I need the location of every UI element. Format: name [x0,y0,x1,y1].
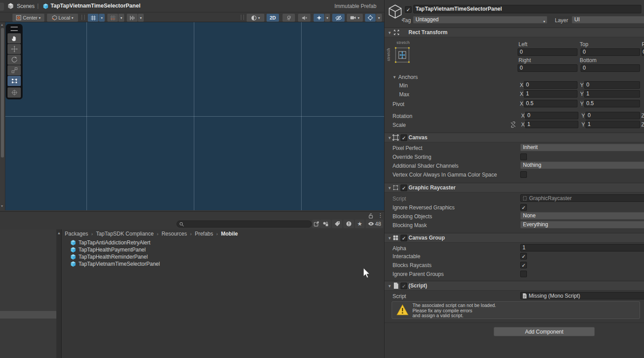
collapsed-panel-tab[interactable] [0,3,4,11]
snap-increment-dropdown[interactable]: ▾ [138,14,144,22]
scale-y-field[interactable]: 1 [585,121,640,128]
gameobject-name-field[interactable]: TapTapVietnamTimeSelectorPanel [413,5,641,13]
component-enabled-checkbox[interactable]: ✓ [401,283,407,289]
grid-visibility-toggle[interactable] [88,14,98,22]
move-tool[interactable] [8,44,21,54]
scene-effects-dropdown[interactable]: ▾ [325,14,330,22]
scroll-up-icon[interactable]: ▲ [0,23,4,26]
foldout-icon[interactable]: ▼ [388,186,392,190]
transform-tool[interactable] [8,87,21,98]
breadcrumb-scenes[interactable]: Scenes [17,3,35,9]
active-checkbox[interactable]: ✓ [405,6,412,13]
toolbar-drag-handle[interactable] [241,15,244,20]
script-object-field[interactable]: GraphicRaycaster [520,194,644,202]
component-enabled-checkbox[interactable]: ✓ [401,134,407,141]
missing-script-header[interactable]: ▼ ✓ (Script) [385,281,644,291]
breadcrumb-prefab-name[interactable]: TapTapVietnamTimeSelectorPanel [51,3,141,9]
posz-field-clipped[interactable]: 0 [642,48,644,56]
layer-dropdown[interactable]: UI [572,16,644,24]
hidden-items-count-toggle[interactable]: 48 [365,220,383,228]
scale-x-field[interactable]: 1 [525,121,578,128]
filter-importance-button[interactable] [343,220,354,228]
add-component-button[interactable]: Add Component [494,327,595,336]
list-item[interactable]: TapTapHealthReminderPanel [70,253,148,260]
pixel-perfect-dropdown[interactable]: Inherit [520,144,644,151]
gizmos-dropdown[interactable]: ▾ [376,14,382,22]
interactable-checkbox[interactable]: ✓ [520,253,527,260]
scale-tool[interactable] [8,65,21,75]
anchor-max-x-field[interactable]: 1 [524,90,577,98]
grid-snap-toggle[interactable] [107,14,118,22]
blocks-raycasts-checkbox[interactable]: ✓ [520,262,527,268]
favorites-button[interactable]: ★ [355,220,365,228]
component-enabled-checkbox[interactable]: ✓ [401,235,407,241]
pivot-y-field[interactable]: 0.5 [584,100,640,107]
bottom-field[interactable]: 0 [581,64,640,72]
anchors-foldout-icon[interactable]: ▼ [393,75,397,79]
grid-visibility-dropdown[interactable]: ▾ [99,14,105,22]
rect-transform-header[interactable]: ▼ Rect Transform [385,28,644,37]
anchor-min-y-field[interactable]: 0 [584,81,640,89]
scene-camera-dropdown[interactable]: ▾ [347,14,363,22]
gizmos-toggle[interactable] [365,14,376,22]
snap-increment-toggle[interactable] [127,14,137,22]
crumb-mobile[interactable]: Mobile [221,231,238,237]
anchor-max-y-field[interactable]: 1 [584,90,640,98]
view-hand-tool[interactable] [8,33,21,43]
graphic-raycaster-header[interactable]: ▼ ✓ Graphic Raycaster [385,183,644,193]
broken-link-icon[interactable] [510,122,516,128]
project-folder-column[interactable] [0,229,56,358]
tag-dropdown[interactable]: Untagged▾ [413,16,547,24]
additional-shader-channels-dropdown[interactable]: Nothing [520,161,644,169]
crumb-packages[interactable]: Packages [65,231,88,237]
filter-by-type-button[interactable] [320,220,331,228]
anchor-preset-widget[interactable] [394,46,411,64]
rotation-y-field[interactable]: 0 [585,112,640,119]
rect-tool[interactable] [8,76,21,86]
anchor-min-x-field[interactable]: 0 [524,81,577,89]
scene-left-scrollbar[interactable]: ▲ ▼ [0,22,5,210]
scene-effects-toggle[interactable] [314,14,324,22]
blocking-mask-dropdown[interactable]: Everything [520,221,644,228]
canvas-header[interactable]: ▼ ✓ Canvas [385,133,644,142]
lock-icon[interactable] [368,213,373,219]
rotate-tool[interactable] [8,55,21,65]
crumb-resources[interactable]: Resources [161,231,187,237]
right-field[interactable]: 0 [518,64,577,72]
list-item[interactable]: TapTapHealthPaymentPanel [70,246,145,253]
2d-mode-toggle[interactable]: 2D [267,14,279,22]
shading-mode-dropdown[interactable]: ▾ [247,14,264,22]
filter-by-label-button[interactable] [332,220,342,228]
foldout-icon[interactable]: ▼ [388,136,392,140]
top-field[interactable]: 0 [581,48,640,56]
list-item[interactable]: TapTapVietnamTimeSelectorPanel [70,260,160,268]
open-search-window-button[interactable] [312,220,320,228]
component-enabled-checkbox[interactable]: ✓ [401,185,407,191]
alpha-field[interactable]: 1 [520,244,644,252]
coordinate-space-dropdown[interactable]: Local▾ [47,14,78,22]
project-search-input[interactable] [177,220,312,228]
ignore-parent-groups-checkbox[interactable] [520,271,527,277]
scene-lighting-toggle[interactable] [283,14,295,22]
ignore-reversed-graphics-checkbox[interactable]: ✓ [520,204,527,211]
project-splitter[interactable] [56,229,62,358]
project-file-area[interactable]: Packages › TapTapSDK Compliance › Resour… [62,229,384,358]
crumb-taptapsdk-compliance[interactable]: TapTapSDK Compliance [96,231,153,237]
toolbar-drag-handle[interactable] [82,15,85,20]
foldout-icon[interactable]: ▼ [388,236,392,240]
list-item[interactable]: TapTapAntiAddictionRetryAlert [70,239,150,246]
kebab-menu-icon[interactable]: ⋮ [377,212,383,219]
foldout-icon[interactable]: ▼ [388,31,392,35]
override-sorting-checkbox[interactable] [520,153,527,160]
hidden-objects-toggle[interactable] [332,14,345,22]
selected-folder-row[interactable] [0,311,56,319]
scrollbar-thumb[interactable] [1,28,4,157]
blocking-objects-dropdown[interactable]: None [520,212,644,220]
pivot-mode-dropdown[interactable]: Center▾ [12,14,44,22]
collapse-breadcrumb-icon[interactable]: ▲ [57,231,61,235]
overlay-drag-handle[interactable] [11,27,18,31]
scroll-down-icon[interactable]: ▼ [0,205,4,208]
scene-viewport[interactable] [5,22,384,210]
vertex-color-gamma-checkbox[interactable] [520,171,527,178]
pivot-x-field[interactable]: 0.5 [524,100,577,107]
